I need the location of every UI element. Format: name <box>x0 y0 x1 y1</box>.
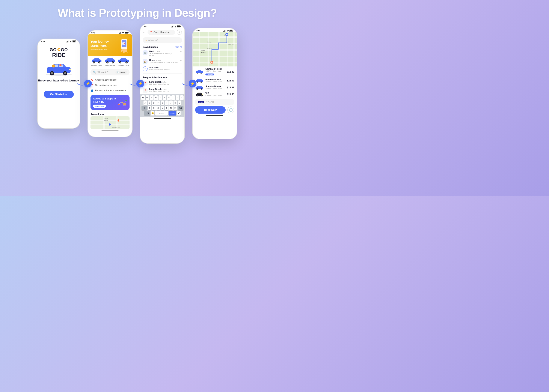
svg-text:Murthy St Ext: Murthy St Ext <box>228 44 235 45</box>
key-H[interactable]: H <box>165 100 169 105</box>
key-delete[interactable]: ⌫ <box>178 106 183 110</box>
ride-3-price: $16.32 <box>227 86 234 89</box>
payment-row[interactable]: VISA **** 1729 › <box>195 99 234 105</box>
frequent-place-2[interactable]: 📍 Long Beach 1.3km 639 South Street, Apt… <box>140 87 185 94</box>
key-S[interactable]: S <box>148 100 151 105</box>
plus-button[interactable]: + <box>177 30 182 35</box>
svg-rect-64 <box>171 27 171 28</box>
svg-point-120 <box>201 96 202 97</box>
clock-button[interactable]: 🕐 <box>227 106 234 113</box>
key-F[interactable]: F <box>156 100 160 105</box>
key-K[interactable]: K <box>173 100 177 105</box>
svg-point-33 <box>93 62 94 63</box>
where-to-input[interactable]: ● Where to? <box>143 37 182 43</box>
frequent-2-dist: 1.3km <box>162 88 167 90</box>
book-now-button[interactable]: Book Now <box>195 106 226 114</box>
ride-car-icon-1 <box>195 70 204 74</box>
key-C[interactable]: C <box>156 106 160 110</box>
key-A[interactable]: A <box>143 100 147 105</box>
key-N[interactable]: N <box>169 106 173 110</box>
car-type-standard4[interactable]: Standard 4-seat <box>91 57 103 66</box>
home-indicator-2 <box>101 131 119 131</box>
map-svg-2: ASHOK NAGAR Murthy St Ext <box>91 116 129 129</box>
view-all-link[interactable]: View All <box>175 46 182 48</box>
car-type-premium4[interactable]: Premium 4-seat <box>104 57 116 66</box>
key-Y[interactable]: Y <box>163 95 166 100</box>
svg-rect-23 <box>121 32 121 34</box>
svg-text:3rd Ave: 3rd Ave <box>207 41 212 43</box>
key-mic[interactable]: 🎤 <box>177 111 181 116</box>
saved-place-home[interactable]: 🏠 Home 4.3km 1234 Desert Road, Tucson, A… <box>140 58 185 65</box>
menu-ride-someone[interactable]: 👤 Request a ride for someone esle <box>88 88 132 93</box>
key-M[interactable]: M <box>173 106 177 110</box>
key-emoji[interactable]: 😊 <box>151 111 154 116</box>
key-T[interactable]: T <box>158 95 162 100</box>
banner-headline: Your journeystarts here. <box>91 40 109 47</box>
tagline: Enjoy your hassle-free journey. <box>38 79 79 82</box>
current-location-input[interactable]: 📍 Current Location <box>148 30 175 35</box>
back-button[interactable]: ← <box>143 30 146 34</box>
key-V[interactable]: V <box>161 106 164 110</box>
map-section: 3rd Ave 22nd St ASHOK NAGAR 20th St 29th… <box>193 32 237 66</box>
learn-more-button[interactable]: Learn more <box>93 105 106 108</box>
ride-option-standard4[interactable]: Standard 4-seat 4:23PM - 6 min away Chea… <box>193 66 237 77</box>
key-U[interactable]: U <box>167 95 171 100</box>
key-D[interactable]: D <box>152 100 156 105</box>
svg-text:📍: 📍 <box>123 42 126 45</box>
svg-text:29th St: 29th St <box>226 41 229 43</box>
ride-4-name: VIP <box>206 92 225 95</box>
clock-icon: 🕐 <box>117 71 120 73</box>
edit-home-icon[interactable]: ✏ <box>180 59 182 62</box>
visa-badge: VISA <box>198 101 204 103</box>
key-P[interactable]: P <box>180 95 184 100</box>
search-label: Where to? <box>98 71 108 74</box>
key-E[interactable]: E <box>150 95 154 100</box>
logo-ride: RIDE <box>50 52 68 58</box>
menu-set-destination[interactable]: 📍 Set destination on map <box>88 83 132 88</box>
key-shift[interactable]: ⇧ <box>142 106 147 110</box>
svg-point-93 <box>211 62 213 63</box>
edit-work-icon[interactable]: ✏ <box>180 50 182 53</box>
ride-option-premium4[interactable]: Premium 4-seat 4:26PM - 8 min away $22.3… <box>193 77 237 84</box>
key-Q[interactable]: Q <box>141 95 145 100</box>
key-space[interactable]: space <box>155 111 168 116</box>
home-indicator-3 <box>154 118 171 119</box>
key-I[interactable]: I <box>171 95 175 100</box>
car-standard6-icon <box>118 57 129 63</box>
key-R[interactable]: R <box>154 95 158 100</box>
svg-point-14 <box>64 72 66 74</box>
chevron-right-icon: › <box>231 100 232 104</box>
svg-rect-25 <box>128 32 129 33</box>
svg-text:NAGAR: NAGAR <box>104 120 108 121</box>
key-W[interactable]: W <box>146 95 149 100</box>
svg-text:ASHOK: ASHOK <box>104 118 108 119</box>
key-L[interactable]: L <box>178 100 181 105</box>
mini-map-2: ASHOK NAGAR Murthy St Ext <box>91 116 129 129</box>
key-G[interactable]: G <box>161 100 164 105</box>
key-O[interactable]: O <box>176 95 179 100</box>
get-started-button[interactable]: Get Started → <box>44 91 74 98</box>
home-addr: 1234 Desert Road, Tucson, AZ 85714 <box>149 62 178 63</box>
svg-point-35 <box>99 62 100 63</box>
ride-option-standard6[interactable]: Standard 6-seat 4:20PM - 3 min away $16.… <box>193 84 237 91</box>
divider-1 <box>143 73 182 74</box>
add-new-place[interactable]: + Add New Save your favorite locations <box>140 65 185 72</box>
now-badge[interactable]: 🕐 Now ▾ <box>115 71 127 74</box>
menu-saved-place[interactable]: 🔖 Choose a saved place <box>88 77 132 83</box>
svg-rect-77 <box>233 30 233 31</box>
key-B[interactable]: B <box>165 106 169 110</box>
where-to-search[interactable]: 🔍 Where to? 🕐 Now ▾ <box>91 69 129 76</box>
card-number: **** 1729 <box>206 101 214 103</box>
ride-4-time: 4:23PM - 6 min away <box>206 95 225 97</box>
key-Z[interactable]: Z <box>148 106 151 110</box>
key-return[interactable]: return <box>169 111 176 116</box>
key-J[interactable]: J <box>169 100 173 105</box>
key-X[interactable]: X <box>152 106 156 110</box>
saved-place-work[interactable]: 🏢 Work 2.3km 1671 North Avenue, Tucson, … <box>140 49 185 58</box>
frequent-place-1[interactable]: 📍 Long Beach 1.3km 639 South Street, Apt… <box>140 79 185 87</box>
car-type-standard6[interactable]: Standard 6-seat <box>117 57 129 66</box>
ride-option-vip[interactable]: VIP 4:23PM - 6 min away $28.50 <box>193 91 237 98</box>
key-123[interactable]: 123 <box>144 111 150 116</box>
svg-point-38 <box>107 62 108 63</box>
phone-3: 9:41 ← 📍 Current Location + ● Where to? … <box>140 24 185 144</box>
